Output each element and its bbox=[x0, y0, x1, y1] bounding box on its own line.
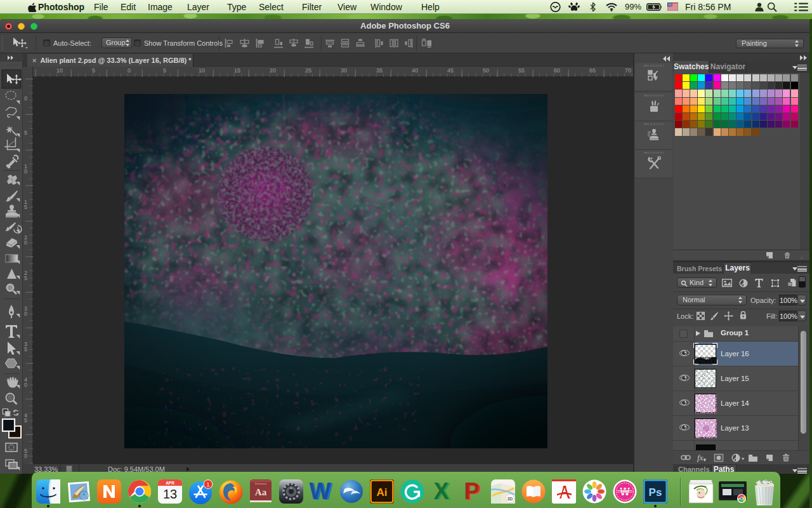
svg-text:APR: APR bbox=[166, 481, 174, 485]
svg-text:3D: 3D bbox=[508, 497, 513, 501]
svg-text:W: W bbox=[620, 486, 630, 497]
svg-text:Ps: Ps bbox=[649, 486, 662, 498]
svg-text:W: W bbox=[310, 479, 331, 504]
svg-text:Aa: Aa bbox=[255, 487, 267, 497]
svg-text:P: P bbox=[464, 479, 479, 504]
svg-text:1: 1 bbox=[206, 481, 209, 488]
svg-text:Ai: Ai bbox=[377, 486, 388, 498]
svg-text:Dictionary: Dictionary bbox=[255, 482, 266, 485]
svg-text:X: X bbox=[433, 479, 449, 504]
svg-text:13: 13 bbox=[163, 487, 177, 501]
